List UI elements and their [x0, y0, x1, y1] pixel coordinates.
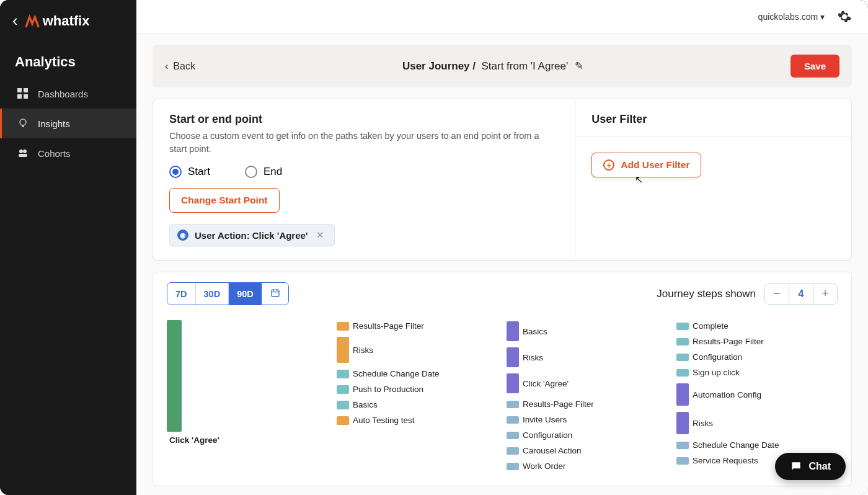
sankey-node[interactable]: Auto Testing test	[337, 414, 498, 426]
nav-item-dashboards[interactable]: Dashboards	[0, 79, 136, 109]
sankey-node[interactable]: Sign up click	[676, 367, 838, 378]
sankey-node[interactable]: Results-Page Filter	[507, 398, 668, 410]
sankey-node[interactable]: Click 'Agree'	[507, 372, 668, 395]
sankey-swatch	[676, 354, 689, 361]
sankey-node-label: Schedule Change Date	[353, 369, 440, 378]
sankey-swatch	[337, 337, 349, 363]
sankey-node[interactable]: Invite Users	[507, 414, 668, 426]
sankey-node[interactable]: Basics	[337, 399, 498, 411]
sankey-node[interactable]: Configuration	[676, 351, 838, 363]
sankey-stage: CompleteResults-Page FilterConfiguration…	[676, 320, 838, 472]
target-icon: ◉	[177, 230, 188, 241]
calendar-icon	[270, 288, 280, 298]
chevron-left-icon: ‹	[165, 61, 168, 72]
save-button[interactable]: Save	[790, 55, 839, 78]
sankey-node[interactable]: Work Order	[507, 460, 668, 472]
sankey-node[interactable]: Carousel Action	[507, 445, 668, 457]
breadcrumb-bar: ‹ Back User Journey / Start from 'I Agre…	[153, 45, 852, 87]
sankey-node-label: Click 'Agree'	[523, 379, 569, 388]
sankey-swatch	[337, 322, 349, 331]
change-start-point-button[interactable]: Change Start Point	[169, 188, 280, 213]
stepper-minus[interactable]: −	[765, 284, 789, 304]
range-30d[interactable]: 30D	[196, 283, 229, 305]
sankey-node-label: Configuration	[523, 430, 572, 440]
sankey-swatch	[676, 338, 689, 346]
svg-rect-5	[22, 125, 24, 127]
back-icon[interactable]: ‹	[12, 11, 18, 30]
stepper-plus[interactable]: +	[813, 284, 837, 304]
radio-end[interactable]: End	[245, 166, 282, 178]
chat-widget[interactable]: Chat	[775, 453, 846, 480]
bc-prefix: User Journey /	[402, 60, 476, 72]
people-icon	[17, 147, 29, 159]
gear-icon[interactable]	[837, 9, 852, 24]
range-90d[interactable]: 90D	[229, 283, 262, 305]
domain-text: quickolabs.com	[758, 12, 818, 22]
sankey-node[interactable]: Basics	[507, 320, 668, 342]
sankey-swatch	[507, 321, 519, 341]
sankey-node[interactable]: Risks	[507, 346, 668, 368]
close-icon[interactable]: ✕	[314, 230, 327, 241]
sankey-swatch	[507, 447, 519, 455]
chat-icon	[790, 460, 802, 473]
range-7d[interactable]: 7D	[167, 283, 196, 305]
svg-rect-3	[24, 94, 28, 99]
svg-point-7	[23, 149, 27, 153]
steps-stepper: − 4 +	[764, 283, 838, 305]
sankey-stage: Results-Page FilterRisksSchedule Change …	[337, 320, 498, 472]
sankey-node[interactable]: Automation Config	[676, 382, 838, 407]
svg-rect-0	[17, 88, 22, 92]
domain-selector[interactable]: quickolabs.com ▾	[758, 12, 825, 22]
sankey-node-label: Risks	[523, 353, 543, 362]
brand-text: whatfix	[43, 13, 90, 29]
add-filter-label: Add User Filter	[621, 159, 689, 171]
plus-circle-icon: +	[603, 159, 614, 171]
sankey-node-label: Carousel Action	[523, 446, 582, 455]
sankey-node[interactable]: Configuration	[507, 429, 668, 441]
nav-item-cohorts[interactable]: Cohorts	[0, 138, 136, 168]
sankey-swatch	[507, 347, 519, 367]
event-chip[interactable]: ◉ User Action: Click 'Agree' ✕	[169, 224, 335, 246]
sankey-start-block	[167, 320, 182, 432]
sankey-node[interactable]: Complete	[676, 320, 838, 332]
sankey-swatch	[676, 412, 689, 434]
radio-icon	[245, 166, 257, 178]
radio-icon	[169, 166, 182, 178]
dashboard-icon	[17, 87, 29, 100]
sankey-node-label: Results-Page Filter	[523, 399, 594, 409]
sankey-node[interactable]: Results-Page Filter	[337, 320, 498, 332]
sankey-node[interactable]: Schedule Change Date	[676, 439, 838, 451]
sankey-swatch	[676, 383, 689, 406]
sankey-node[interactable]: Schedule Change Date	[337, 368, 498, 380]
chevron-down-icon: ▾	[820, 12, 825, 22]
time-range-segment: 7D 30D 90D	[167, 282, 289, 305]
sankey-chart[interactable]: Click 'Agree'Results-Page FilterRisksSch…	[167, 320, 838, 472]
edit-icon[interactable]: ✎	[575, 60, 583, 72]
nav-item-insights[interactable]: Insights	[0, 109, 136, 138]
range-custom[interactable]	[262, 283, 288, 305]
sankey-node-label: Auto Testing test	[353, 416, 415, 425]
main: quickolabs.com ▾ ‹ Back User Journey / S…	[136, 0, 868, 495]
sankey-node-label: Configuration	[693, 352, 742, 362]
sankey-node[interactable]: Risks	[676, 411, 838, 435]
sankey-swatch	[337, 370, 349, 378]
cursor-icon: ↖	[635, 174, 868, 185]
svg-rect-1	[24, 88, 28, 92]
sankey-node-label: Click 'Agree'	[169, 435, 328, 445]
sankey-node[interactable]: Push to Production	[337, 383, 498, 395]
sankey-swatch	[676, 442, 689, 449]
brand-logo[interactable]: whatfix	[24, 13, 90, 29]
radio-row: Start End	[169, 166, 559, 178]
sankey-swatch	[507, 401, 519, 408]
panel-desc: Choose a custom event to get info on the…	[169, 130, 559, 156]
sankey-node-label: Risks	[693, 419, 713, 428]
sankey-node[interactable]: Results-Page Filter	[676, 336, 838, 347]
stepper-value: 4	[789, 284, 813, 304]
radio-start[interactable]: Start	[169, 166, 210, 178]
sankey-node-label: Risks	[353, 346, 373, 355]
whatfix-logo-icon	[24, 13, 40, 29]
sankey-node[interactable]: Risks	[337, 336, 498, 364]
back-button[interactable]: ‹ Back	[165, 61, 195, 72]
steps-control: Journey steps shown − 4 +	[657, 283, 838, 305]
app-root: ‹ whatfix Analytics Dashboards Insights …	[0, 0, 868, 495]
